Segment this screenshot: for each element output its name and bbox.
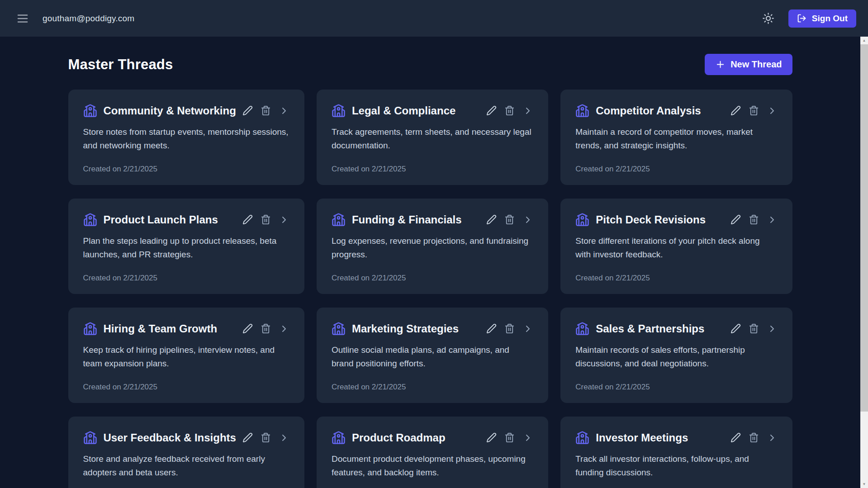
delete-thread-button[interactable] bbox=[261, 214, 271, 225]
trash-icon bbox=[261, 323, 271, 334]
theme-toggle-button[interactable] bbox=[759, 9, 778, 28]
open-thread-button[interactable] bbox=[767, 323, 778, 334]
thread-card[interactable]: User Feedback & Insights bbox=[68, 417, 304, 488]
school-icon bbox=[332, 322, 346, 336]
delete-thread-button[interactable] bbox=[504, 432, 515, 443]
thread-card[interactable]: Investor Meetings bbox=[560, 417, 792, 488]
thread-title: User Feedback & Insights bbox=[104, 431, 236, 444]
thread-description: Log expenses, revenue projections, and f… bbox=[332, 234, 533, 261]
thread-title: Funding & Financials bbox=[352, 213, 480, 226]
chevron-right-icon bbox=[522, 432, 533, 443]
school-icon bbox=[575, 322, 589, 336]
thread-card[interactable]: Product Launch Plans bbox=[68, 199, 304, 294]
pencil-icon bbox=[730, 105, 741, 116]
delete-thread-button[interactable] bbox=[749, 323, 759, 334]
school-icon bbox=[332, 213, 346, 227]
school-icon bbox=[83, 431, 97, 445]
open-thread-button[interactable] bbox=[767, 105, 778, 116]
school-icon bbox=[575, 213, 589, 227]
open-thread-button[interactable] bbox=[522, 323, 533, 334]
thread-title: Investor Meetings bbox=[596, 431, 724, 444]
edit-thread-button[interactable] bbox=[486, 432, 497, 443]
thread-card[interactable]: Marketing Strategies bbox=[317, 308, 548, 403]
pencil-icon bbox=[242, 323, 253, 334]
delete-thread-button[interactable] bbox=[261, 432, 271, 443]
trash-icon bbox=[261, 432, 271, 443]
open-thread-button[interactable] bbox=[522, 214, 533, 225]
edit-thread-button[interactable] bbox=[486, 105, 497, 116]
thread-card[interactable]: Funding & Financials bbox=[317, 199, 548, 294]
menu-button[interactable] bbox=[13, 9, 33, 28]
open-thread-button[interactable] bbox=[522, 105, 533, 116]
open-thread-button[interactable] bbox=[279, 105, 289, 116]
new-thread-button[interactable]: New Thread bbox=[705, 54, 792, 75]
thread-actions bbox=[486, 323, 533, 334]
edit-thread-button[interactable] bbox=[730, 105, 741, 116]
thread-actions bbox=[486, 105, 533, 116]
edit-thread-button[interactable] bbox=[242, 323, 253, 334]
thread-card[interactable]: Hiring & Team Growth bbox=[68, 308, 304, 403]
thread-title: Marketing Strategies bbox=[352, 322, 480, 335]
thread-description: Keep track of hiring pipelines, intervie… bbox=[83, 343, 289, 370]
thread-title: Community & Networking bbox=[104, 104, 236, 117]
thread-card[interactable]: Legal & Compliance bbox=[317, 90, 548, 185]
pencil-icon bbox=[486, 105, 497, 116]
scroll-down-arrow-icon: ▼ bbox=[863, 482, 866, 486]
sign-out-button[interactable]: Sign Out bbox=[788, 9, 856, 28]
chevron-right-icon bbox=[279, 214, 289, 225]
edit-thread-button[interactable] bbox=[730, 214, 741, 225]
open-thread-button[interactable] bbox=[767, 432, 778, 443]
trash-icon bbox=[749, 105, 759, 116]
thread-card[interactable]: Pitch Deck Revisions bbox=[560, 199, 792, 294]
delete-thread-button[interactable] bbox=[504, 105, 515, 116]
scroll-down-button[interactable]: ▼ bbox=[860, 480, 868, 488]
thread-card[interactable]: Competitor Analysis bbox=[560, 90, 792, 185]
thread-title: Product Roadmap bbox=[352, 431, 480, 444]
delete-thread-button[interactable] bbox=[504, 214, 515, 225]
user-email: goutham@poddigy.com bbox=[43, 14, 134, 24]
thread-actions bbox=[730, 214, 778, 225]
delete-thread-button[interactable] bbox=[749, 105, 759, 116]
thread-created-date: Created on 2/21/2025 bbox=[575, 165, 777, 174]
delete-thread-button[interactable] bbox=[749, 214, 759, 225]
school-icon bbox=[575, 431, 589, 445]
delete-thread-button[interactable] bbox=[504, 323, 515, 334]
open-thread-button[interactable] bbox=[522, 432, 533, 443]
open-thread-button[interactable] bbox=[767, 214, 778, 225]
edit-thread-button[interactable] bbox=[242, 105, 253, 116]
edit-thread-button[interactable] bbox=[730, 432, 741, 443]
delete-thread-button[interactable] bbox=[261, 105, 271, 116]
thread-card[interactable]: Product Roadmap Do bbox=[317, 417, 548, 488]
thread-created-date: Created on 2/21/2025 bbox=[332, 274, 533, 283]
delete-thread-button[interactable] bbox=[261, 323, 271, 334]
chevron-right-icon bbox=[767, 323, 778, 334]
scroll-up-button[interactable]: ▲ bbox=[860, 37, 868, 44]
trash-icon bbox=[504, 323, 515, 334]
thread-created-date: Created on 2/21/2025 bbox=[83, 165, 289, 174]
open-thread-button[interactable] bbox=[279, 432, 289, 443]
thread-grid: Community & Networking bbox=[68, 90, 792, 488]
thread-created-date: Created on 2/21/2025 bbox=[332, 383, 533, 392]
trash-icon bbox=[504, 214, 515, 225]
edit-thread-button[interactable] bbox=[730, 323, 741, 334]
thread-actions bbox=[730, 432, 778, 443]
thread-description: Maintain records of sales efforts, partn… bbox=[575, 343, 777, 370]
plus-icon bbox=[715, 59, 726, 70]
open-thread-button[interactable] bbox=[279, 323, 289, 334]
trash-icon bbox=[261, 214, 271, 225]
scrollbar-thumb[interactable] bbox=[860, 44, 868, 412]
school-icon bbox=[332, 431, 346, 445]
thread-actions bbox=[486, 214, 533, 225]
thread-card[interactable]: Sales & Partnerships bbox=[560, 308, 792, 403]
edit-thread-button[interactable] bbox=[486, 214, 497, 225]
thread-description: Store different iterations of your pitch… bbox=[575, 234, 777, 261]
chevron-right-icon bbox=[279, 105, 289, 116]
vertical-scrollbar[interactable]: ▲ ▼ bbox=[860, 37, 868, 488]
trash-icon bbox=[261, 105, 271, 116]
edit-thread-button[interactable] bbox=[242, 432, 253, 443]
delete-thread-button[interactable] bbox=[749, 432, 759, 443]
thread-card[interactable]: Community & Networking bbox=[68, 90, 304, 185]
edit-thread-button[interactable] bbox=[486, 323, 497, 334]
open-thread-button[interactable] bbox=[279, 214, 289, 225]
edit-thread-button[interactable] bbox=[242, 214, 253, 225]
